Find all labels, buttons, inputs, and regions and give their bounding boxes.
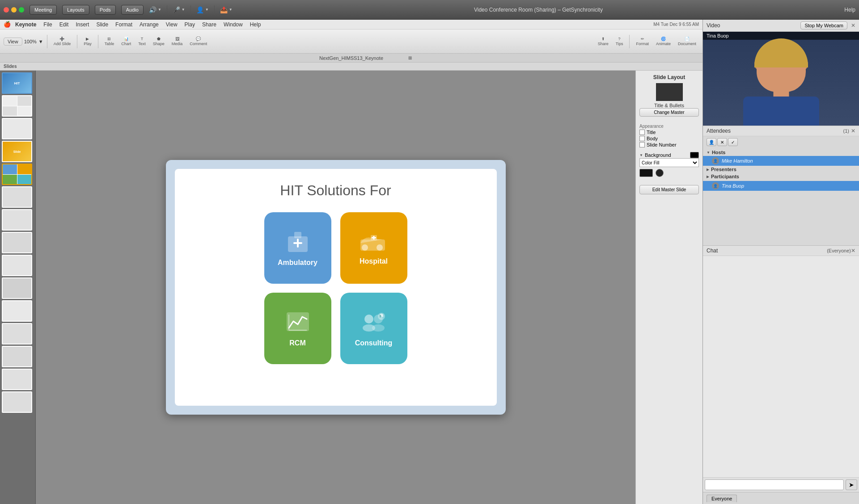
- hosts-group-header[interactable]: ▼ Hosts: [703, 149, 859, 156]
- slide-thumb-11[interactable]: [2, 300, 32, 322]
- participants-group-label: Participants: [711, 174, 739, 179]
- separator-1: [167, 5, 167, 14]
- chat-input[interactable]: [705, 479, 844, 490]
- media-btn[interactable]: 🖼 Media: [169, 36, 186, 47]
- menu-arrange[interactable]: Arrange: [136, 21, 162, 28]
- toolbar-sep-4: [629, 35, 630, 48]
- help-button[interactable]: Help: [844, 7, 855, 13]
- chat-close-button[interactable]: ✕: [851, 248, 855, 254]
- attendee-tina-buop[interactable]: 👤 Tina Buop: [703, 181, 859, 191]
- menu-window[interactable]: Window: [220, 21, 246, 28]
- body-checkbox-row: Body: [639, 136, 699, 141]
- color-swatch-preview[interactable]: [639, 169, 653, 177]
- tips-label: Tips: [616, 42, 623, 46]
- view-button[interactable]: View: [4, 38, 22, 46]
- media-icon: 🖼: [175, 37, 179, 41]
- slide-number-checkbox[interactable]: [639, 142, 645, 147]
- text-btn[interactable]: T Text: [135, 36, 148, 47]
- video-close-button[interactable]: ✕: [851, 22, 855, 29]
- shape-btn[interactable]: ⬟ Shape: [150, 36, 167, 47]
- attendees-close-button[interactable]: ✕: [851, 128, 855, 134]
- slide-thumb-14[interactable]: [2, 369, 32, 390]
- menu-file[interactable]: File: [40, 21, 55, 28]
- zoom-button[interactable]: ▼: [38, 39, 43, 44]
- vc-sidebar: Video Stop My Webcam ✕: [702, 20, 859, 504]
- background-header[interactable]: ▼ Background: [639, 152, 699, 158]
- body-checkbox[interactable]: [639, 136, 645, 141]
- slide-thumb-6[interactable]: [2, 186, 32, 208]
- change-master-button[interactable]: Change Master: [639, 108, 699, 117]
- menu-share[interactable]: Share: [199, 21, 220, 28]
- maximize-window-btn[interactable]: [19, 7, 24, 13]
- hosts-group: ▼ Hosts 👤 Mike Hamilton: [703, 149, 859, 166]
- attendees-icon-btn-1[interactable]: 👤: [707, 138, 716, 146]
- camera-control[interactable]: 👤 ▼: [196, 6, 209, 13]
- table-btn[interactable]: ⊞ Table: [102, 36, 117, 47]
- mic-control[interactable]: 🎤 ▼: [173, 6, 185, 13]
- participants-group-header[interactable]: ▶ Participants: [703, 173, 859, 180]
- expand-btn[interactable]: ⊞: [408, 55, 412, 60]
- title-checkbox[interactable]: [639, 130, 645, 135]
- background-swatch[interactable]: [690, 152, 699, 158]
- tips-btn[interactable]: ? Tips: [613, 36, 626, 47]
- menu-format[interactable]: Format: [112, 21, 136, 28]
- ambulatory-label: Ambulatory: [278, 259, 317, 267]
- speaker-control[interactable]: 🔊 ▼: [149, 6, 161, 13]
- close-window-btn[interactable]: [4, 7, 9, 13]
- everyone-tab[interactable]: Everyone: [707, 495, 737, 502]
- color-circle-swatch[interactable]: [656, 169, 664, 177]
- audio-button[interactable]: Audio: [121, 5, 144, 15]
- document-btn[interactable]: 📄 Document: [675, 36, 699, 47]
- slide-thumb-9[interactable]: [2, 255, 32, 276]
- add-slide-btn[interactable]: ➕ Add Slide: [51, 36, 74, 47]
- slide-number-checkbox-label: Slide Number: [647, 142, 677, 147]
- menu-insert[interactable]: Insert: [72, 21, 93, 28]
- slide-thumb-7[interactable]: [2, 209, 32, 231]
- slide-thumb-5[interactable]: [2, 164, 32, 185]
- slide-layout-section: Slide Layout Title & Bullets Change Mast…: [639, 74, 699, 119]
- attendee-mike-hamilton[interactable]: 👤 Mike Hamilton: [703, 156, 859, 166]
- slide-thumb-15[interactable]: [2, 391, 32, 413]
- minimize-window-btn[interactable]: [11, 7, 17, 13]
- attendees-icon-btn-2[interactable]: ✕: [717, 138, 727, 146]
- slide-thumb-1[interactable]: HIT: [2, 72, 32, 94]
- send-arrow-icon: ➤: [849, 481, 854, 488]
- meeting-button[interactable]: Meeting: [30, 5, 57, 15]
- pods-button[interactable]: Pods: [95, 5, 116, 15]
- animate-btn[interactable]: 🌀 Animate: [653, 36, 673, 47]
- comment-btn[interactable]: 💬 Comment: [187, 36, 210, 47]
- menu-edit[interactable]: Edit: [56, 21, 72, 28]
- slide-thumb-10[interactable]: [2, 277, 32, 299]
- stop-webcam-button[interactable]: Stop My Webcam: [800, 21, 847, 29]
- fill-type-select[interactable]: Color Fill: [639, 158, 699, 167]
- tips-icon: ?: [618, 37, 621, 41]
- main-area: 🍎 Keynote File Edit Insert Slide Format …: [0, 20, 859, 504]
- presenters-group-header[interactable]: ▶ Presenters: [703, 166, 859, 173]
- play-btn[interactable]: ▶ Play: [81, 36, 94, 47]
- share-toolbar-btn[interactable]: ⬆ Share: [595, 36, 611, 47]
- slide-thumb-8[interactable]: [2, 232, 32, 253]
- format-icon: ✏: [641, 37, 644, 41]
- slide-thumb-2[interactable]: [2, 95, 32, 117]
- slide-thumb-13[interactable]: [2, 346, 32, 367]
- text-icon: T: [141, 37, 144, 41]
- chat-send-button[interactable]: ➤: [846, 479, 857, 490]
- add-slide-label: Add Slide: [54, 42, 71, 46]
- share-control[interactable]: 📤 ▼: [220, 6, 233, 13]
- edit-master-button[interactable]: Edit Master Slide: [639, 185, 699, 194]
- format-btn[interactable]: ✏ Format: [633, 36, 652, 47]
- menu-slide[interactable]: Slide: [93, 21, 112, 28]
- mac-menubar: 🍎 Keynote File Edit Insert Slide Format …: [0, 20, 702, 29]
- layouts-button[interactable]: Layouts: [62, 5, 89, 15]
- menu-view[interactable]: View: [162, 21, 181, 28]
- file-name: NextGen_HIMSS13_Keynote: [319, 55, 383, 61]
- slide-thumb-4[interactable]: Slide: [2, 141, 32, 162]
- attendees-icon-btn-3[interactable]: ✓: [728, 138, 738, 146]
- slide-thumb-12[interactable]: [2, 323, 32, 344]
- menu-play[interactable]: Play: [181, 21, 199, 28]
- slide-thumb-3[interactable]: [2, 118, 32, 139]
- chart-btn[interactable]: 📊 Chart: [118, 36, 134, 47]
- chat-label: Chat: [707, 248, 827, 254]
- menu-help[interactable]: Help: [246, 21, 265, 28]
- separator-2: [190, 5, 191, 14]
